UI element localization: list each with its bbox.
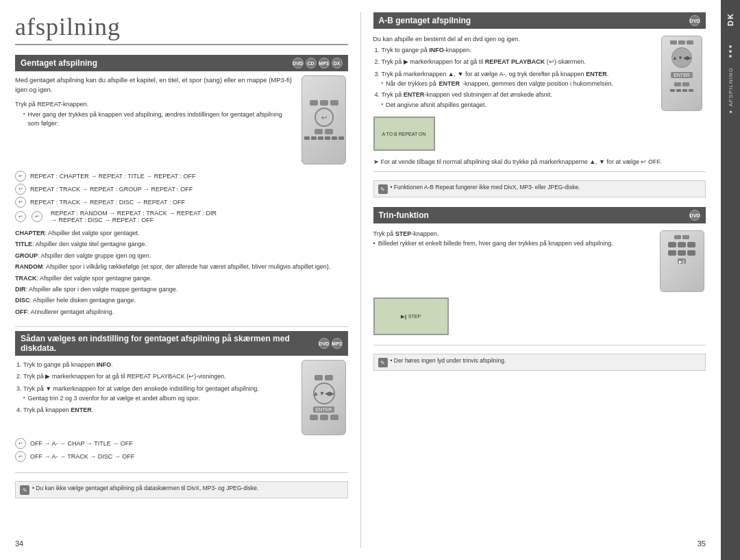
repeat-icon-3: ↩ [15, 197, 26, 208]
repeat-text-1: REPEAT : CHAPTER → REPEAT : TITLE → REPE… [30, 173, 195, 180]
repeat-row-3: ↩ REPEAT : TRACK → REPEAT : DISC → REPEA… [15, 197, 348, 208]
icon-dvd: DVD [293, 58, 304, 69]
screen-icon-dvd: DVD [319, 338, 330, 349]
screen-flow-icon-2: ↩ [15, 451, 26, 462]
legend-off: OFF: Annullerer gentaget afspilning. [15, 307, 348, 317]
divider-2 [15, 472, 348, 473]
screen-remote-image: ▲▼◀▶ ENTER [300, 360, 348, 435]
repeat-text-3: REPEAT : TRACK → REPEAT : DISC → REPEAT … [30, 199, 185, 206]
ab-remote-device: ▲▼◀▶ ENTER [661, 36, 702, 111]
repeat-row-1: ↩ REPEAT : CHAPTER → REPEAT : TITLE → RE… [15, 171, 348, 182]
screen-flow-2: ↩ OFF → A- → TRACK → DISC → OFF [15, 451, 348, 462]
repeat-icon-4a: ↩ [15, 211, 26, 222]
remote-image-gentaget: ↩ [300, 75, 348, 165]
trin-note-icon: ✎ [378, 358, 388, 367]
repeat-row-2: ↩ REPEAT : TRACK → REPEAT : GROUP → REPE… [15, 184, 348, 195]
ab-note-arrow: ➤ For at vende tilbage til normal afspil… [373, 158, 706, 165]
section-header-gentaget: Gentaget afspilning DVD CD MP3 DX [15, 55, 348, 71]
repeat-icon-4b: ↩ [32, 211, 42, 222]
ab-warning-icon: ✎ [378, 184, 388, 194]
screen-flow-text-2: OFF → A- → TRACK → DISC → OFF [30, 453, 134, 460]
divider-ab [373, 171, 706, 172]
trin-bullet-text: Billedet rykker et enkelt billede frem, … [378, 240, 613, 247]
ab-step-4-sub: Det angivne afsnit afspilles gentaget. [382, 101, 652, 110]
legend-track: TRACK: Afspiller det valgte spor gentagn… [15, 273, 348, 283]
sidebar-play-label: ● AFSPILNING [726, 64, 735, 118]
ab-step-3-sub: Når der trykkes på ENTER-knappen, gemmes… [382, 80, 652, 89]
section-header-trin: Trin-funktion DVD [373, 207, 706, 223]
trin-bullet: Billedet rykker et enkelt billede frem, … [373, 240, 652, 247]
screen-step-1: Tryk to gange på knappen INFO. [23, 360, 293, 370]
instruction-text: Tryk på REPEAT-knappen. [15, 101, 293, 108]
note-box-left: ✎ • Du kan ikke vælge gentaget afspilnin… [15, 481, 348, 498]
repeat-icon-1: ↩ [15, 171, 26, 182]
trin-screen-display: ▶‖ STEP [373, 297, 449, 335]
legend-dir: DIR: Afspiller alle spor i den valgte ma… [15, 284, 348, 294]
trin-intro: Tryk på STEP-knappen. [373, 230, 652, 237]
sidebar-dk-label: DK [724, 7, 737, 32]
ab-screen-display: A TO B REPEAT ON [373, 117, 435, 151]
section-header-icons: DVD CD MP3 DX [293, 58, 343, 69]
ab-screen-display-area: A TO B REPEAT ON [373, 114, 706, 154]
page-number-right: 35 [373, 539, 706, 548]
remote-device: ↩ [301, 75, 346, 165]
sidebar-dot-3 [729, 55, 732, 58]
legend-random: RANDOM: Afspiller spor i vilkårlig række… [15, 262, 348, 271]
divider-trin [373, 345, 706, 345]
screen-icon-mp3: MP3 [332, 338, 343, 349]
ab-warning-box: ✎ • Funktionen A-B Repeat fungerer ikke … [373, 180, 706, 197]
ab-intro: Du kan afspille en bestemt del af en dvd… [373, 36, 652, 42]
icon-cd: CD [306, 58, 317, 69]
screen-step-4: Tryk på knappen ENTER. [23, 405, 293, 415]
bullet1-text: Hver gang der trykkes på knappen ved afs… [15, 110, 293, 129]
screen-flow-1: ↩ OFF → A- → CHAP → TITLE → OFF [15, 438, 348, 449]
page-title: afspilning [15, 12, 348, 45]
sidebar-dots [729, 45, 732, 58]
trin-remote-device: ▶‖ [660, 230, 704, 292]
screen-remote-device: ▲▼◀▶ ENTER [301, 360, 346, 435]
trin-note-box: ✎ • Der høres ingen lyd under trinvis af… [373, 354, 706, 371]
trin-remote-section: ▶‖ [658, 230, 706, 292]
ab-step-1: Tryk to gange på INFO-knappen. [382, 45, 652, 56]
repeat-text-4: REPEAT : RANDOM → REPEAT : TRACK → REPEA… [51, 210, 217, 223]
repeat-flows: ↩ REPEAT : CHAPTER → REPEAT : TITLE → RE… [15, 169, 348, 226]
screen-section-title: Sådan vælges en indstilling for gentaget… [21, 334, 319, 353]
trin-section-icons: DVD [689, 210, 700, 221]
screen-step-2: Tryk på ▶ markerknappen for at gå til RE… [23, 372, 293, 382]
ab-step-3: Tryk på markerknappen ▲, ▼ for at vælge … [382, 69, 652, 89]
repeat-row-4: ↩ ↩ REPEAT : RANDOM → REPEAT : TRACK → R… [15, 210, 348, 223]
ab-steps-list: Tryk to gange på INFO-knappen. Tryk på ▶… [373, 45, 652, 110]
ab-note-arrow-text: For at vende tilbage til normal afspilni… [381, 158, 662, 165]
ab-section-title: A-B gentaget afspilning [379, 16, 471, 25]
note-text-left: • Du kan ikke vælge gentaget afspilning … [32, 485, 258, 491]
legend-disc: DISC: Afspiller hele disken gentagne gan… [15, 295, 348, 305]
repeat-icons-pair: ↩ ↩ [15, 211, 47, 222]
page-number-left: 34 [15, 539, 348, 548]
trin-note-text: • Der høres ingen lyd under trinvis afsp… [391, 357, 506, 364]
divider-1 [15, 326, 348, 327]
left-page: afspilning Gentaget afspilning DVD CD MP… [15, 12, 361, 548]
repeat-text-2: REPEAT : TRACK → REPEAT : GROUP → REPEAT… [30, 186, 193, 193]
repeat-icon-2: ↩ [15, 184, 26, 195]
note-icon-left: ✎ [20, 485, 29, 495]
section-header-ab: A-B gentaget afspilning DVD [373, 12, 706, 29]
section-title-gentaget: Gentaget afspilning [21, 58, 97, 68]
screen-steps-list: Tryk to gange på knappen INFO. Tryk på ▶… [15, 360, 293, 415]
screen-step-3: Tryk på ▼ markerknappen for at vælge den… [23, 384, 293, 404]
screen-flow-icon-1: ↩ [15, 438, 26, 449]
icon-divx: DX [332, 58, 343, 69]
trin-section-title: Trin-funktion [379, 210, 429, 220]
ab-warning-text: • Funktionen A-B Repeat fungerer ikke me… [391, 184, 580, 191]
screen-step-3-sub: Gentag trin 2 og 3 ovenfor for at vælge … [23, 394, 293, 404]
sidebar-dot-2 [729, 50, 732, 53]
screen-section-icons: DVD MP3 [319, 338, 343, 349]
ab-step-2: Tryk på ▶ markerknappen for at gå til RE… [382, 57, 652, 67]
ab-section-icons: DVD [689, 15, 700, 26]
section-header-screen: Sådan vælges en indstilling for gentaget… [15, 331, 348, 356]
ab-remote-section: ▲▼◀▶ ENTER [658, 36, 706, 111]
sidebar-dot-1 [729, 45, 732, 48]
arrow-icon: ➤ [373, 158, 379, 165]
legend-title: TITLE: Afspiller den valgte titel gentag… [15, 239, 348, 249]
trin-screen-label: ▶‖ STEP [401, 314, 421, 319]
ab-screen-label: A TO B REPEAT ON [382, 132, 426, 136]
